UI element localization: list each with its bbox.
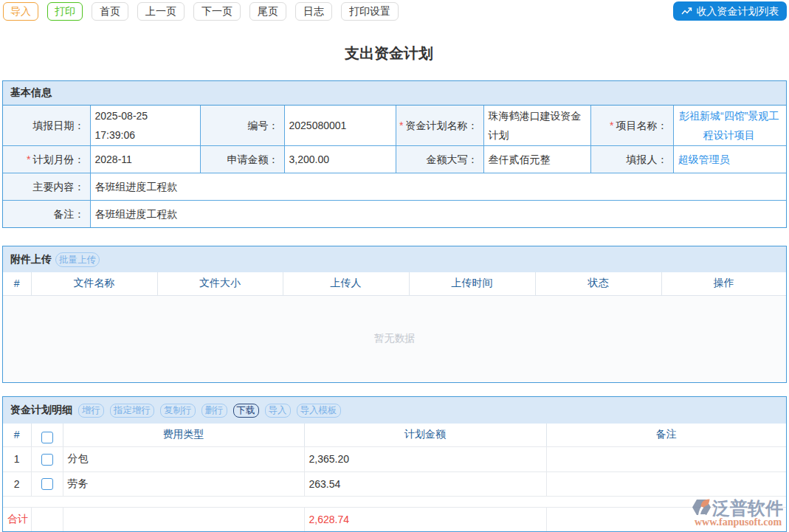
svg-text:泛普软件: 泛普软件: [712, 498, 783, 518]
svg-text:www.fanpusoft.com: www.fanpusoft.com: [695, 517, 782, 528]
